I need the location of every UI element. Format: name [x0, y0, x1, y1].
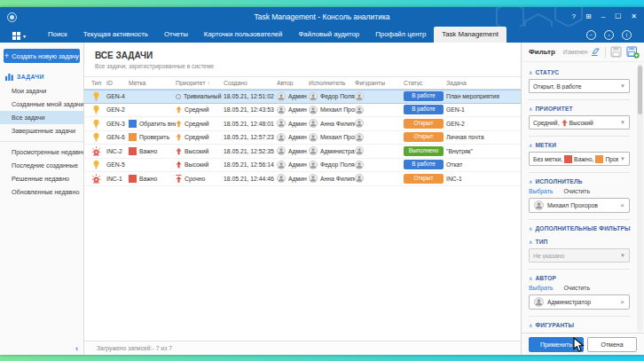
type-select[interactable]: Не указано ▼ [529, 248, 630, 263]
remove-chip-icon[interactable]: × [620, 298, 624, 306]
sidebar-item[interactable]: Последние созданные [0, 159, 83, 172]
participant-avatar [355, 161, 364, 169]
panel-button[interactable]: ⊞ [585, 12, 592, 21]
avatar [277, 161, 286, 169]
avatar [277, 174, 286, 183]
remove-chip-icon[interactable]: × [620, 201, 624, 209]
column-label[interactable]: Метка [129, 80, 176, 86]
nav-tab[interactable]: Профайл центр [367, 27, 434, 43]
scrollbar-thumb[interactable] [638, 66, 642, 114]
nav-tab[interactable]: Отчеты [156, 27, 196, 43]
app-menu-button[interactable]: ▾ [12, 32, 26, 40]
author-select-link[interactable]: Выбрать [529, 285, 553, 291]
collapse-section-icon[interactable]: ∧ [529, 69, 532, 75]
info-icon[interactable]: i [622, 30, 632, 40]
settings-icon[interactable]: ▫ [604, 30, 614, 40]
column-id[interactable]: ID [106, 80, 129, 86]
column-type[interactable]: Тип [91, 80, 106, 86]
filter-section-author: ∧ АВТОР Выбрать Очистить [529, 269, 630, 310]
sidebar-item[interactable]: Обновленные недавно [0, 185, 83, 199]
task-title: Личная почта [446, 134, 521, 140]
nav-tab[interactable]: Файловый аудитор [290, 27, 367, 43]
column-priority[interactable]: Приоритет↑ [176, 80, 224, 86]
task-id: GEN-5 [106, 161, 129, 168]
collapse-section-icon[interactable]: ∧ [529, 142, 532, 148]
minimize-button[interactable]: – [601, 12, 605, 21]
label-swatch [129, 133, 137, 141]
column-participants[interactable]: Фигуранты [355, 80, 404, 86]
collapse-section-icon[interactable]: ∧ [529, 178, 532, 184]
table-row[interactable]: GEN-5 [84, 159, 521, 173]
save-filter-icon[interactable] [610, 46, 622, 58]
labels-select[interactable]: Без метки, Важно, Проверить, ▼ [529, 152, 630, 166]
chevron-down-icon: ▼ [620, 120, 625, 125]
sidebar-item[interactable]: Просмотренные недавно [0, 145, 83, 159]
column-author[interactable]: Автор [277, 80, 309, 86]
app-window: Task Management - Консоль аналитика ? ⊞ … [0, 7, 644, 355]
executor-name: Анна Филипович [320, 176, 355, 182]
author-clear-link[interactable]: Очистить [563, 285, 590, 291]
column-status[interactable]: Статус [404, 80, 446, 86]
cancel-button[interactable]: Отмена [587, 337, 637, 352]
participant-avatar [355, 146, 364, 155]
executor-chip[interactable]: Михаил Прохоров × [529, 198, 630, 213]
status-select[interactable]: Открыт, В работе ▼ [529, 79, 630, 93]
avatar [277, 133, 286, 142]
filter-section-priority: ∧ ПРИОРИТЕТ Средний, Высокий ▼ [529, 99, 630, 129]
collapse-section-icon[interactable]: ∧ [529, 106, 532, 112]
collapse-section-icon[interactable]: ∧ [529, 322, 532, 328]
avatar [277, 119, 286, 128]
save-filter-as-icon[interactable] [626, 46, 640, 59]
feedback-icon[interactable]: − [586, 30, 596, 40]
participant-avatar [355, 133, 364, 142]
collapse-section-icon[interactable]: ∧ [529, 225, 532, 232]
author-name: Админ [288, 176, 307, 182]
table-row[interactable]: GEN-2 [84, 104, 521, 118]
close-button[interactable]: ✕ [631, 12, 637, 21]
table-row[interactable]: INC-2 Важно [84, 145, 521, 159]
executor-name: Федор Поляк [320, 161, 355, 168]
priority-select[interactable]: Средний, Высокий ▼ [529, 115, 630, 129]
priority-text: Тривиальный [184, 93, 221, 99]
executor-select-link[interactable]: Выбрать [529, 188, 553, 194]
priority-arrow-icon [176, 161, 182, 169]
sidebar-item[interactable]: Созданные мной задачи [0, 98, 83, 111]
column-created[interactable]: Создано [224, 80, 277, 86]
sidebar-item[interactable]: Решенные недавно [0, 172, 83, 185]
sidebar-item[interactable]: Мои задачи [0, 84, 83, 98]
titlebar: Task Management - Консоль аналитика ? ⊞ … [0, 7, 644, 27]
create-task-button[interactable]: + Создать новую задачу [4, 49, 80, 63]
avatar [277, 92, 286, 101]
sidebar-item[interactable]: Все задачи [0, 111, 83, 124]
created-at: 18.05.21, 12:48:01 [224, 121, 277, 127]
collapse-section-icon[interactable]: ∧ [529, 275, 532, 281]
clear-filter-icon[interactable] [589, 46, 601, 58]
column-task[interactable]: Задача [446, 80, 521, 86]
nav-tab[interactable]: Поиск [40, 27, 75, 43]
author-chip[interactable]: Администратор × [529, 294, 630, 310]
nav-tab[interactable]: Карточки пользователей [196, 27, 291, 43]
label-swatch [129, 175, 137, 183]
participant-avatar [355, 92, 364, 101]
table-row[interactable]: GEN-3 Обратить вни [84, 117, 521, 131]
table-row[interactable]: GEN-6 Проверить [84, 131, 521, 145]
priority-text: Высокий [185, 148, 208, 154]
collapse-sidebar-icon[interactable]: ‹ [75, 344, 78, 353]
task-id: GEN-3 [106, 121, 129, 127]
maximize-button[interactable]: ☐ [615, 12, 621, 21]
collapse-section-icon[interactable]: ∧ [529, 239, 532, 245]
nav-tab[interactable]: Текущая активность [75, 27, 156, 43]
nav-tab[interactable]: Task Management [434, 27, 507, 43]
sidebar-item[interactable]: Завершенные задачи [0, 124, 83, 137]
table-row[interactable]: INC-1 Важно [84, 172, 521, 186]
created-at: 18.05.21, 12:52:35 [224, 148, 277, 154]
scrollbar[interactable] [637, 64, 643, 332]
column-executor[interactable]: Исполнитель [309, 80, 355, 86]
executor-clear-link[interactable]: Очистить [563, 188, 590, 194]
created-at: 18.05.21, 12:51:02 [224, 93, 277, 99]
filter-header: Фильтр Изменен [522, 43, 644, 62]
help-button[interactable]: ? [572, 12, 576, 21]
nav-tabs: ПоискТекущая активностьОтчетыКарточки по… [40, 27, 507, 43]
lightbulb-icon [91, 132, 101, 142]
table-row[interactable]: GEN-4 [84, 90, 521, 104]
